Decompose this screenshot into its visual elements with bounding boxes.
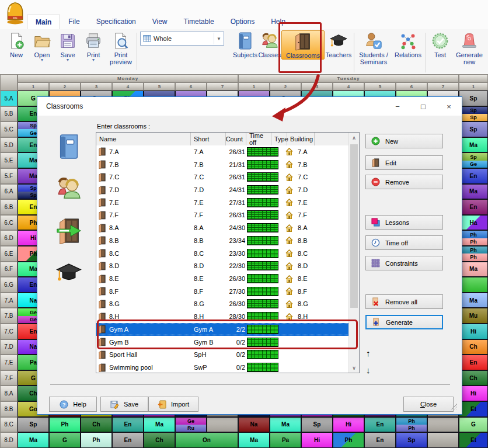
lesson-cell[interactable]: On	[175, 432, 238, 448]
lesson-cell[interactable]: En	[364, 432, 396, 448]
lesson-cell[interactable]: Ph	[81, 432, 112, 448]
table-row-swimming-pool[interactable]: Swimming poolSwP0/2	[96, 361, 350, 373]
view-selector-dropdown-button[interactable]: ▼	[214, 33, 224, 44]
import-button[interactable]: Import	[148, 397, 198, 412]
lesson-cell[interactable]: En	[459, 355, 488, 370]
lesson-cell[interactable]: Na	[238, 417, 270, 433]
move-down-button[interactable]: ↓	[366, 365, 371, 375]
lesson-cell[interactable]: Hi	[459, 386, 488, 401]
table-row-7-a[interactable]: 7.A7.A26/317.A	[96, 145, 350, 158]
close-button[interactable]: Close	[403, 397, 454, 412]
lesson-cell[interactable]: PhPh	[459, 246, 488, 262]
lesson-cell[interactable]: G	[459, 417, 488, 433]
lesson-cell[interactable]: G	[49, 432, 81, 448]
lesson-subcell[interactable]: Ph	[459, 253, 487, 261]
table-row-8-a[interactable]: 8.A8.A24/308.A	[96, 221, 350, 234]
table-row-8-e[interactable]: 8.E8.E26/308.E	[96, 272, 350, 285]
lesson-cell[interactable]: En	[459, 168, 488, 184]
lesson-cell[interactable]: PhPh	[459, 230, 488, 246]
entity-button-relations[interactable]: Relations	[392, 30, 424, 58]
lesson-subcell[interactable]: Sp	[459, 153, 487, 160]
column-header-time-off[interactable]: Time off	[246, 133, 271, 145]
table-row-7-e[interactable]: 7.E7.E27/317.E	[96, 196, 350, 209]
maximize-button[interactable]: □	[410, 97, 436, 116]
table-row-8-d[interactable]: 8.D8.D22/308.D	[96, 259, 350, 272]
dropdown-arrow-icon[interactable]: ▼	[66, 58, 70, 62]
lesson-cell[interactable]: Hi	[301, 432, 333, 448]
lesson-cell[interactable]: Ma	[459, 184, 488, 200]
lesson-cell[interactable]: Hi	[459, 324, 488, 339]
lesson-subcell[interactable]: Ge	[459, 161, 487, 168]
remove-button[interactable]: Remove	[365, 175, 443, 189]
lesson-cell[interactable]: Pa	[270, 432, 301, 448]
lesson-cell[interactable]: SpGe	[459, 152, 488, 168]
lesson-cell[interactable]: Sp	[301, 417, 333, 433]
file-button-save[interactable]: Save▼	[55, 30, 81, 65]
table-row-8-b[interactable]: 8.B8.B23/348.B	[96, 234, 350, 247]
lesson-subcell[interactable]: Ph	[396, 418, 427, 425]
entity-button-students-seminars[interactable]: Students / Seminars	[355, 30, 392, 65]
lesson-subcell[interactable]: Sp	[459, 114, 487, 121]
file-button-new[interactable]: New	[4, 30, 29, 65]
column-header-type[interactable]: Type	[271, 133, 287, 145]
minimize-button[interactable]: −	[385, 97, 410, 116]
lesson-cell[interactable]: Et	[459, 432, 488, 448]
lesson-cell[interactable]: Mu	[459, 308, 488, 324]
scroll-down-button[interactable]: ∨	[349, 363, 359, 373]
table-row-sport-hall[interactable]: Sport HallSpH0/2	[96, 349, 350, 362]
lesson-cell[interactable]: Ma	[144, 417, 175, 433]
lesson-cell[interactable]: Sp	[396, 432, 427, 448]
lesson-cell[interactable]: Sp	[459, 91, 488, 106]
scroll-up-button[interactable]: ∧	[349, 133, 359, 143]
tab-view[interactable]: View	[144, 15, 176, 29]
constraints-button[interactable]: Constraints	[365, 256, 443, 270]
lesson-cell[interactable]	[207, 417, 238, 433]
generate-button[interactable]: Generate	[365, 315, 443, 329]
time-off-button[interactable]: Time off	[365, 235, 443, 250]
lesson-cell[interactable]: Hi	[333, 417, 364, 433]
dialog-titlebar[interactable]: Classrooms − □ ×	[37, 97, 462, 116]
lesson-cell[interactable]: Ch	[459, 339, 488, 355]
lesson-cell[interactable]	[427, 417, 459, 433]
file-button-print-preview[interactable]: Print preview	[106, 30, 135, 65]
tab-timetable[interactable]: Timetable	[176, 15, 222, 29]
table-row-8-g[interactable]: 8.G8.G26/308.G	[96, 298, 350, 311]
entity-button-generate-new[interactable]: Generate new	[453, 30, 486, 65]
lesson-cell[interactable]: PhPh	[396, 417, 427, 433]
lesson-cell[interactable]: Ch	[459, 370, 488, 386]
table-row-7-f[interactable]: 7.F7.F26/317.F	[96, 209, 350, 222]
lesson-cell[interactable]: Sp	[459, 121, 488, 137]
lesson-subcell[interactable]: Ph	[459, 238, 487, 245]
column-header-name[interactable]: Name	[96, 133, 191, 145]
lesson-cell[interactable]: Ha	[459, 215, 488, 231]
remove-all-button[interactable]: Remove all	[365, 294, 443, 309]
lesson-cell[interactable]: GeRu	[175, 417, 207, 433]
tab-main[interactable]: Main	[27, 15, 60, 29]
view-selector[interactable]: Whole ▼	[140, 32, 224, 46]
tab-specification[interactable]: Specification	[88, 15, 144, 29]
edit-button[interactable]: Edit	[365, 155, 443, 170]
table-row-8-c[interactable]: 8.C8.C23/308.C	[96, 247, 350, 260]
lesson-cell[interactable]: En	[364, 417, 396, 433]
lesson-subcell[interactable]: Ge	[176, 418, 206, 425]
sidebar-classrooms-active[interactable]	[55, 217, 82, 246]
close-icon[interactable]: ×	[436, 97, 462, 116]
file-button-print[interactable]: Print▼	[81, 30, 106, 65]
lessons-button[interactable]: Lessons	[365, 215, 443, 230]
move-up-button[interactable]: ↑	[366, 348, 371, 358]
lesson-cell[interactable]: Ma	[459, 262, 488, 277]
lesson-cell[interactable]: Ph	[49, 417, 81, 433]
lesson-cell[interactable]: Et	[459, 401, 488, 417]
table-row-7-d[interactable]: 7.D7.D24/317.D	[96, 183, 350, 196]
table-row-8-f[interactable]: 8.F8.F27/308.F	[96, 285, 350, 298]
lesson-subcell[interactable]: Ru	[176, 425, 206, 432]
tab-file[interactable]: File	[60, 15, 88, 29]
sidebar-teachers[interactable]	[55, 259, 82, 289]
lesson-cell[interactable]: Ma	[270, 417, 301, 433]
entity-button-teachers[interactable]: Teachers	[325, 30, 353, 58]
tab-options[interactable]: Options	[222, 15, 263, 29]
entity-button-test[interactable]: Test	[427, 30, 453, 58]
entity-button-ve[interactable]: Ve	[486, 30, 488, 40]
lesson-cell[interactable]: Ma	[459, 137, 488, 153]
lesson-cell[interactable]: Ch	[81, 417, 112, 433]
